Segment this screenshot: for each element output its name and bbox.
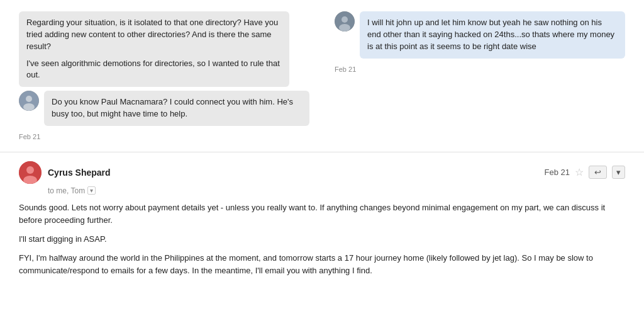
email-header-right: Feb 21 ☆ ↩ ▾ [545, 166, 625, 179]
svg-point-1 [26, 96, 32, 102]
email-header-left: Cyrus Shepard [19, 161, 111, 184]
to-label: to me, Tom [48, 186, 85, 195]
email-paragraph-1: Sounds good. Lets not worry about paymen… [19, 202, 625, 227]
reply-button[interactable]: ↩ [589, 166, 607, 179]
email-section: Cyrus Shepard Feb 21 ☆ ↩ ▾ to me, Tom ▾ … [0, 152, 644, 318]
svg-point-5 [339, 24, 350, 31]
chat-bubble-row-1: Regarding your situation, is it isolated… [19, 11, 309, 87]
more-button[interactable]: ▾ [612, 166, 625, 179]
chat-left-timestamp: Feb 21 [19, 133, 309, 140]
star-icon[interactable]: ☆ [575, 166, 584, 178]
chat-bubble-right: I will hit john up and let him know but … [360, 11, 625, 59]
svg-point-2 [23, 103, 35, 111]
email-date: Feb 21 [545, 168, 570, 177]
email-header: Cyrus Shepard Feb 21 ☆ ↩ ▾ [19, 161, 625, 184]
chat-right-timestamp: Feb 21 [335, 65, 625, 73]
sender-avatar [19, 161, 42, 184]
chat-right: I will hit john up and let him know but … [328, 11, 625, 140]
chat-bubble-row-right: I will hit john up and let him know but … [335, 11, 625, 59]
sender-name: Cyrus Shepard [48, 168, 111, 178]
svg-point-4 [341, 16, 348, 23]
reply-icon: ↩ [594, 168, 601, 177]
chat-section: Regarding your situation, is it isolated… [0, 0, 644, 147]
more-icon: ▾ [616, 168, 621, 177]
chat-bubble-row-2: Do you know Paul Macnamara? I could conn… [19, 91, 309, 126]
to-dropdown-arrow[interactable]: ▾ [87, 186, 96, 195]
chat-bubble-right-text: I will hit john up and let him know but … [367, 18, 614, 51]
chat-bubble-1-text-1: Regarding your situation, is it isolated… [26, 17, 282, 53]
avatar-left [19, 91, 39, 111]
chat-bubble-2: Do you know Paul Macnamara? I could conn… [44, 91, 309, 126]
chat-bubble-1: Regarding your situation, is it isolated… [19, 11, 289, 87]
svg-point-7 [26, 166, 34, 174]
chat-bubble-1-text-2: I've seen algorithmic demotions for dire… [26, 58, 282, 82]
main-container: Regarding your situation, is it isolated… [0, 0, 644, 318]
left-bubble-stack: Regarding your situation, is it isolated… [19, 11, 309, 126]
to-line: to me, Tom ▾ [48, 186, 625, 195]
avatar-right [335, 11, 355, 31]
email-body: Sounds good. Lets not worry about paymen… [19, 202, 625, 278]
chat-left: Regarding your situation, is it isolated… [19, 11, 328, 140]
chat-bubble-2-text: Do you know Paul Macnamara? I could conn… [52, 97, 293, 118]
email-paragraph-2: I'll start digging in ASAP. [19, 233, 625, 246]
email-paragraph-3: FYI, I'm halfway around the world in the… [19, 252, 625, 277]
